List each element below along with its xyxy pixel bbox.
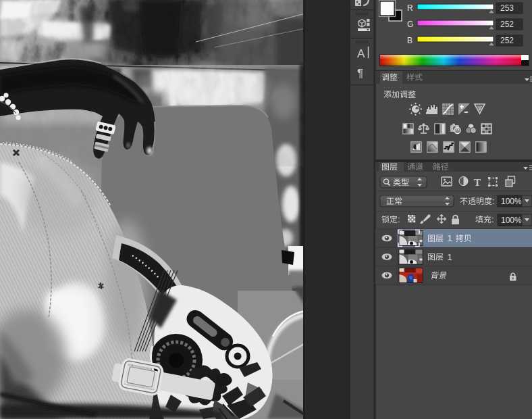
svg-text:252: 252 [500, 20, 514, 29]
svg-text:100%: 100% [501, 216, 522, 225]
svg-text:R: R [407, 3, 413, 13]
svg-text:100%: 100% [501, 197, 522, 206]
svg-text:T: T [474, 177, 481, 188]
svg-text:A: A [357, 47, 365, 60]
svg-text::: : [492, 196, 495, 206]
svg-text:252: 252 [500, 36, 514, 45]
svg-text:G: G [407, 20, 413, 29]
svg-text::: : [491, 214, 494, 224]
svg-text:253: 253 [500, 3, 514, 13]
svg-text:1: 1 [447, 252, 452, 262]
svg-text::: : [398, 214, 400, 224]
svg-text:¶: ¶ [357, 67, 363, 80]
svg-text:1: 1 [447, 233, 452, 243]
svg-text:B: B [407, 36, 413, 45]
